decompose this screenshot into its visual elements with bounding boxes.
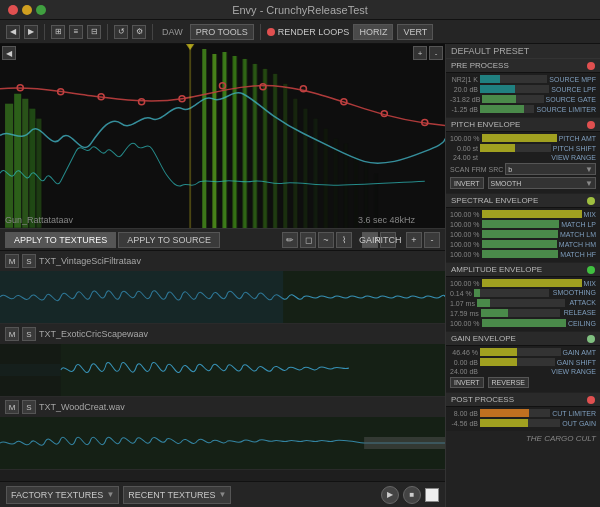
- pencil-icon[interactable]: ✏: [282, 232, 298, 248]
- expand-icon[interactable]: +: [406, 232, 422, 248]
- param-out-gain: -4.56 dB OUT GAIN: [450, 419, 596, 427]
- pre-process-section: PRE PROCESS NR2|1 K SOURCE MPF 20.0 dB S: [446, 59, 600, 117]
- waveform-display[interactable]: ◀ + -: [0, 44, 445, 229]
- gain-invert-btn[interactable]: INVERT: [450, 377, 484, 388]
- settings-btn[interactable]: ⚙: [132, 25, 146, 39]
- forward-btn[interactable]: ▶: [24, 25, 38, 39]
- param-match-lm: 100.00 % MATCH LM: [450, 230, 596, 238]
- smooth-icon[interactable]: ⌇: [336, 232, 352, 248]
- track-3-waveform[interactable]: [0, 417, 445, 469]
- bottom-right-btns: ▶ ■: [381, 486, 439, 504]
- close-button[interactable]: [8, 5, 18, 15]
- invert-reverse-row: INVERT REVERSE: [450, 377, 596, 388]
- wave-icon[interactable]: ~: [318, 232, 334, 248]
- param-source-mpf: NR2|1 K SOURCE MPF: [450, 75, 596, 83]
- bar-mpf: [480, 75, 500, 83]
- loop-indicator[interactable]: [425, 488, 439, 502]
- cargo-cult-label: THE CARGO CULT: [446, 432, 600, 445]
- bar-match-lp: [482, 220, 560, 228]
- post-content: 8.00 dB CUT LIMITER -4.56 dB OUT GAIN: [446, 407, 600, 431]
- apply-source-tab[interactable]: APPLY TO SOURCE: [118, 232, 220, 248]
- amp-attack-row: 1.07 ms ATTACK: [450, 299, 596, 307]
- scan-dropdown[interactable]: b▼: [505, 163, 596, 175]
- track-1: M S TXT_VintageSciFiltrataav: [0, 251, 445, 324]
- bar-match-hf: [482, 250, 559, 258]
- waveform-btn1[interactable]: ◀: [2, 46, 16, 60]
- track-2-name: TXT_ExoticCricScapewaav: [39, 329, 440, 339]
- maximize-button[interactable]: [36, 5, 46, 15]
- svg-rect-13: [273, 74, 277, 228]
- track-3-name: TXT_WoodCreat.wav: [39, 402, 440, 412]
- zoom-out-btn[interactable]: -: [429, 46, 443, 60]
- svg-rect-41: [0, 344, 61, 396]
- pitch-tab[interactable]: PITCH: [380, 232, 396, 248]
- waveform-overlay-controls: ◀: [2, 46, 16, 60]
- track-1-waveform[interactable]: [0, 271, 445, 323]
- track-1-solo[interactable]: S: [22, 254, 36, 268]
- back-btn[interactable]: ◀: [6, 25, 20, 39]
- loop-btn[interactable]: ↺: [114, 25, 128, 39]
- svg-rect-11: [253, 64, 257, 228]
- param-mix: 100.00 % MIX: [450, 210, 596, 218]
- grid-btn1[interactable]: ⊞: [51, 25, 65, 39]
- recent-textures-dropdown[interactable]: RECENT TEXTURES ▼: [123, 486, 231, 504]
- apply-textures-tab[interactable]: APPLY TO TEXTURES: [5, 232, 116, 248]
- sep4: [260, 24, 261, 40]
- param-ceiling: 100.00 % CEILING: [450, 319, 596, 327]
- svg-rect-7: [212, 54, 216, 228]
- dropdown-arrow-1: ▼: [106, 490, 114, 499]
- content-area: ◀ + -: [0, 44, 600, 507]
- param-match-hm: 100.00 % MATCH HM: [450, 240, 596, 248]
- zoom-in-btn[interactable]: +: [413, 46, 427, 60]
- track-1-header: M S TXT_VintageSciFiltrataav: [0, 251, 445, 271]
- erase-icon[interactable]: ◻: [300, 232, 316, 248]
- track-3-mute[interactable]: M: [5, 400, 19, 414]
- track-3-solo[interactable]: S: [22, 400, 36, 414]
- svg-rect-2: [14, 94, 21, 228]
- gain-reverse-btn[interactable]: REVERSE: [488, 377, 529, 388]
- tracks-area: M S TXT_VintageSciFiltrataav: [0, 251, 445, 481]
- smooth-dropdown[interactable]: SMOOTH▼: [488, 177, 596, 189]
- pre-process-dot: [587, 62, 595, 70]
- gain-content: 46.46 % GAIN AMT 0.00 dB GAIN SHIFT 24.0…: [446, 346, 600, 392]
- horiz-btn[interactable]: HORIZ: [353, 24, 393, 40]
- param-cut-limiter: 8.00 dB CUT LIMITER: [450, 409, 596, 417]
- vert-btn[interactable]: VERT: [397, 24, 433, 40]
- dropdown-arrow-2: ▼: [218, 490, 226, 499]
- invert-btn[interactable]: INVERT: [450, 177, 484, 189]
- main-toolbar: ◀ ▶ ⊞ ≡ ⊟ ↺ ⚙ DAW PRO TOOLS RENDER LOOPS…: [0, 20, 600, 44]
- track-2-waveform[interactable]: [0, 344, 445, 396]
- render-loops-control[interactable]: RENDER LOOPS: [267, 27, 350, 37]
- grid-btn3[interactable]: ⊟: [87, 25, 101, 39]
- stop-btn[interactable]: ■: [403, 486, 421, 504]
- svg-rect-6: [202, 49, 206, 228]
- spectral-envelope-section: SPECTRAL ENVELOPE 100.00 % MIX 100.00 %: [446, 194, 600, 262]
- track-1-mute[interactable]: M: [5, 254, 19, 268]
- track-2-solo[interactable]: S: [22, 327, 36, 341]
- svg-rect-19: [334, 138, 338, 228]
- pro-tools-btn[interactable]: PRO TOOLS: [190, 24, 254, 40]
- factory-textures-dropdown[interactable]: FACTORY TEXTURES ▼: [6, 486, 119, 504]
- grid-btn2[interactable]: ≡: [69, 25, 83, 39]
- amplitude-envelope-section: AMPLITUDE ENVELOPE 100.00 % MIX 0.14 %: [446, 263, 600, 331]
- bar-gate: [482, 95, 516, 103]
- play-btn[interactable]: ▶: [381, 486, 399, 504]
- bar-pitch-amt: [482, 134, 557, 142]
- svg-rect-4: [29, 109, 35, 228]
- param-gain-amt: 46.46 % GAIN AMT: [450, 348, 596, 356]
- daw-label: DAW: [159, 27, 186, 37]
- svg-rect-12: [263, 69, 267, 228]
- gain-dot: [587, 335, 595, 343]
- collapse-icon[interactable]: -: [424, 232, 440, 248]
- amplitude-title: AMPLITUDE ENVELOPE: [446, 263, 600, 277]
- bar-lpf: [480, 85, 515, 93]
- minimize-button[interactable]: [22, 5, 32, 15]
- bar-mix: [482, 210, 582, 218]
- svg-rect-43: [364, 437, 445, 449]
- svg-rect-38: [0, 271, 283, 323]
- spectral-title: SPECTRAL ENVELOPE: [446, 194, 600, 208]
- gain-title: GAIN ENVELOPE: [446, 332, 600, 346]
- track-2-mute[interactable]: M: [5, 327, 19, 341]
- render-dot: [267, 28, 275, 36]
- window-controls: [8, 5, 46, 15]
